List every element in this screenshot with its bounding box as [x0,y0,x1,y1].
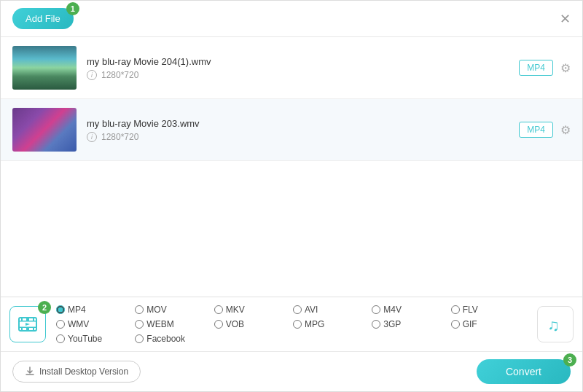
format-radio-wmv[interactable] [56,320,65,329]
svg-rect-4 [33,318,34,321]
format-option-vob[interactable]: VOB [214,319,293,329]
format-radio-mkv[interactable] [214,305,223,314]
format-option-gif[interactable]: GIF [451,319,530,329]
footer-bar: Install Desktop Version Convert 3 [1,351,582,391]
format-option-flv[interactable]: FLV [451,305,530,315]
format-panel: 2 MP4 MOV [1,297,582,351]
add-file-badge: 1 [66,2,79,15]
format-radio-mpg[interactable] [293,320,302,329]
file-actions: MP4 ⚙ [519,122,571,138]
svg-rect-7 [26,318,29,321]
film-icon [17,314,38,334]
format-radio-youtube[interactable] [56,334,65,343]
close-button[interactable]: ✕ [560,12,571,26]
header: Add File 1 ✕ [1,1,582,37]
settings-button[interactable]: ⚙ [560,61,571,75]
file-actions: MP4 ⚙ [519,60,571,76]
format-option-mp4[interactable]: MP4 [56,305,135,315]
audio-format-icon-button[interactable]: ♫ [537,306,574,342]
add-file-label: Add File [26,13,60,24]
svg-rect-1 [19,321,36,322]
format-badge[interactable]: MP4 [519,122,553,138]
convert-button[interactable]: Convert 3 [477,359,571,384]
format-option-3gp[interactable]: 3GP [372,319,450,329]
file-name: my blu-ray Movie 203.wmv [87,118,519,129]
format-option-wmv[interactable]: WMV [56,319,135,329]
svg-rect-8 [26,328,29,331]
info-icon: i [87,132,97,142]
format-option-mpg[interactable]: MPG [293,319,372,329]
file-list: my blu-ray Movie 204(1).wmv i 1280*720 M… [1,37,582,161]
thumbnail [12,46,77,90]
svg-marker-9 [26,323,30,326]
convert-badge: 3 [563,353,576,366]
format-radio-mov[interactable] [135,305,144,314]
file-info: my blu-ray Movie 203.wmv i 1280*720 [87,118,519,142]
format-option-mov[interactable]: MOV [135,305,214,315]
format-option-mkv[interactable]: MKV [214,305,293,315]
format-option-m4v[interactable]: M4V [372,305,450,315]
install-desktop-button[interactable]: Install Desktop Version [12,361,141,383]
file-info: my blu-ray Movie 204(1).wmv i 1280*720 [87,56,519,80]
svg-rect-3 [21,318,23,321]
table-row: my blu-ray Movie 204(1).wmv i 1280*720 M… [1,37,582,99]
file-name: my blu-ray Movie 204(1).wmv [87,56,519,67]
file-meta: i 1280*720 [87,132,519,142]
thumbnail [12,108,77,152]
format-radio-flv[interactable] [451,305,460,314]
format-radio-m4v[interactable] [372,305,380,314]
format-radio-mp4[interactable] [56,305,65,314]
close-icon: ✕ [560,12,571,26]
video-format-icon-button[interactable]: 2 [9,306,46,342]
format-option-facebook[interactable]: Facebook [135,334,214,344]
svg-rect-6 [33,328,34,331]
install-label: Install Desktop Version [39,366,128,377]
format-option-youtube[interactable]: YouTube [56,334,135,344]
format-option-webm[interactable]: WEBM [135,319,214,329]
format-options: MP4 MOV MKV AVI M4V FLV WMV WEBM [56,305,530,344]
table-row: my blu-ray Movie 203.wmv i 1280*720 MP4 … [1,99,582,161]
format-panel-badge: 2 [38,301,51,314]
format-radio-vob[interactable] [214,320,223,329]
svg-rect-2 [19,327,36,329]
file-meta: i 1280*720 [87,70,519,80]
convert-label: Convert [506,366,541,377]
format-badge[interactable]: MP4 [519,60,553,76]
info-icon: i [87,70,97,80]
format-radio-3gp[interactable] [372,320,380,329]
svg-rect-5 [21,328,23,331]
format-option-avi[interactable]: AVI [293,305,372,315]
format-radio-gif[interactable] [451,320,460,329]
format-radio-webm[interactable] [135,320,144,329]
format-radio-avi[interactable] [293,305,302,314]
music-icon: ♫ [546,315,565,334]
download-icon [25,366,35,377]
file-resolution: 1280*720 [101,70,138,80]
format-radio-facebook[interactable] [135,334,144,343]
settings-button[interactable]: ⚙ [560,123,571,137]
file-resolution: 1280*720 [101,132,138,142]
bottom-area: 2 MP4 MOV [1,297,582,391]
svg-text:♫: ♫ [547,316,560,334]
add-file-button[interactable]: Add File 1 [12,8,74,29]
